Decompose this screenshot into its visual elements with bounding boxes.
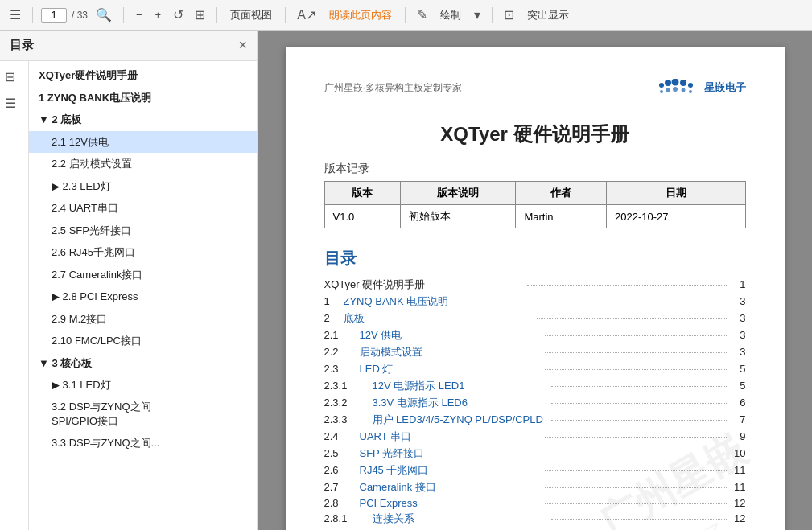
toc-page-5: 5 (730, 363, 746, 375)
version-row-0: V1.0 初始版本 Martin 2022-10-27 (324, 205, 745, 228)
toc-entry-9[interactable]: 2.4 UART 串口 9 (324, 429, 746, 444)
toc-item-top[interactable]: XQTyer硬件说明手册 (29, 64, 257, 87)
highlight-label[interactable]: 突出显示 (522, 6, 574, 24)
toc-text-12: Cameralink 接口 (360, 480, 542, 495)
svg-point-3 (680, 80, 686, 86)
toc-page-2: 3 (730, 312, 746, 324)
version-col-header-2: 作者 (516, 182, 607, 205)
sidebar: 目录 × ⊟ ☰ XQTyer硬件说明手册 1 ZYNQ BANK电压说明 ▼ … (0, 31, 258, 530)
fit-icon[interactable]: ⊞ (192, 6, 208, 24)
sidebar-toc: XQTyer硬件说明手册 1 ZYNQ BANK电压说明 ▼ 2 底板 2.1 … (29, 61, 257, 530)
read-aloud-label[interactable]: 朗读此页内容 (324, 6, 397, 24)
draw-icon: ✎ (414, 6, 431, 24)
toc-page-10: 10 (730, 447, 746, 459)
toc-item-s3-3[interactable]: 3.3 DSP与ZYNQ之间... (29, 432, 257, 454)
toc-entry-2[interactable]: 2 底板 3 (324, 311, 746, 326)
draw-label[interactable]: 绘制 (435, 6, 466, 24)
toc-dots-14 (551, 519, 727, 520)
toc-entry-12[interactable]: 2.7 Cameralink 接口 11 (324, 480, 746, 495)
zoom-in-button[interactable]: + (151, 7, 166, 23)
page-number-input[interactable] (41, 8, 67, 23)
toc-dots-6 (551, 386, 727, 387)
brand-name-text: 星嵌电子 (704, 80, 746, 95)
toc-page-6: 5 (730, 380, 746, 392)
pdf-page: 广州星嵌·多核异构主板定制专家 (286, 47, 785, 530)
toc-entry-10[interactable]: 2.5 SFP 光纤接口 10 (324, 446, 746, 461)
toc-text-7: 3.3V 电源指示 LED6 (373, 396, 548, 410)
toc-num-2: 2 (324, 312, 344, 324)
sidebar-close-button[interactable]: × (238, 37, 247, 54)
thumbnail-icon[interactable]: ⊟ (3, 68, 25, 86)
toc-entry-5[interactable]: 2.3 LED 灯 5 (324, 362, 746, 376)
toc-entries: XQTyer 硬件说明手册 1 1 ZYNQ BANK 电压说明 3 2 底板 … (324, 277, 746, 530)
toc-entry-13[interactable]: 2.8 PCI Express 12 (324, 497, 746, 509)
page-header-text: 广州星嵌·多核异构主板定制专家 (324, 81, 462, 95)
toc-item-s3-2[interactable]: 3.2 DSP与ZYNQ之间SPI/GPIO接口 (29, 396, 257, 432)
toc-page-3: 3 (730, 329, 746, 341)
svg-point-8 (681, 88, 685, 92)
toc-icon[interactable]: ☰ (3, 94, 25, 113)
toc-item-s3-1[interactable]: ▶ 3.1 LED灯 (29, 374, 257, 396)
toc-item-s1[interactable]: 1 ZYNQ BANK电压说明 (29, 87, 257, 109)
version-cell-desc: 初始版本 (400, 205, 516, 228)
toc-entry-1[interactable]: 1 ZYNQ BANK 电压说明 3 (324, 294, 746, 309)
toc-item-s2-9[interactable]: 2.9 M.2接口 (29, 308, 257, 331)
toc-num-6: 2.3.1 (324, 380, 373, 392)
toc-item-s2-6[interactable]: 2.6 RJ45千兆网口 (29, 241, 257, 264)
toc-text-9: UART 串口 (360, 429, 542, 444)
brand-dots (657, 79, 698, 97)
toc-entry-8[interactable]: 2.3.3 用户 LED3/4/5-ZYNQ PL/DSP/CPLD 7 (324, 413, 746, 427)
toc-item-s2-1[interactable]: 2.1 12V供电 (29, 131, 257, 154)
toolbar-sep-1 (32, 7, 33, 23)
toc-text-0: XQTyer 硬件说明手册 (324, 277, 524, 292)
zoom-out-button[interactable]: − (132, 7, 146, 23)
toc-item-s2-7[interactable]: 2.7 Cameralink接口 (29, 264, 257, 286)
pdf-content[interactable]: 广州星嵌·多核异构主板定制专家 (258, 31, 812, 530)
toc-item-s2-2[interactable]: 2.2 启动模式设置 (29, 153, 257, 175)
sidebar-body: ⊟ ☰ XQTyer硬件说明手册 1 ZYNQ BANK电压说明 ▼ 2 底板 … (0, 61, 257, 530)
toc-entry-6[interactable]: 2.3.1 12V 电源指示 LED1 5 (324, 379, 746, 393)
svg-point-1 (665, 80, 671, 86)
version-cell-date: 2022-10-27 (607, 205, 745, 228)
toc-item-s2-5[interactable]: 2.5 SFP光纤接口 (29, 220, 257, 242)
toc-num-1: 1 (324, 295, 344, 307)
version-label: 版本记录 (324, 162, 746, 176)
svg-point-0 (659, 83, 664, 88)
toc-item-s2[interactable]: ▼ 2 底板 (29, 109, 257, 131)
sidebar-title: 目录 (10, 38, 34, 53)
toc-text-5: LED 灯 (360, 362, 542, 376)
toc-page-0: 1 (730, 278, 746, 290)
toc-entry-4[interactable]: 2.2 启动模式设置 3 (324, 345, 746, 359)
toc-entry-11[interactable]: 2.6 RJ45 千兆网口 11 (324, 463, 746, 478)
brand-dots-svg (657, 79, 698, 97)
toc-item-s2-3[interactable]: ▶ 2.3 LED灯 (29, 175, 257, 198)
page-total: / 33 (72, 10, 88, 21)
toc-dots-9 (545, 437, 727, 438)
version-col-header-3: 日期 (607, 182, 745, 205)
toc-item-s2-8[interactable]: ▶ 2.8 PCI Express (29, 286, 257, 308)
svg-point-5 (660, 90, 663, 93)
toc-page-9: 9 (730, 430, 746, 442)
toolbar-sep-3 (216, 7, 217, 23)
toc-item-s2-10[interactable]: 2.10 FMC/LPC接口 (29, 330, 257, 352)
search-icon[interactable]: 🔍 (93, 6, 115, 24)
draw-chevron-icon[interactable]: ▾ (471, 6, 484, 24)
read-icon: A↗ (294, 6, 319, 24)
toc-entry-3[interactable]: 2.1 12V 供电 3 (324, 328, 746, 343)
toc-dots-3 (545, 335, 727, 336)
page-view-label[interactable]: 页面视图 (225, 6, 277, 24)
version-cell-ver: V1.0 (324, 205, 400, 228)
toc-entry-7[interactable]: 2.3.2 3.3V 电源指示 LED6 6 (324, 396, 746, 410)
toc-num-8: 2.3.3 (324, 413, 373, 425)
rotate-icon[interactable]: ↺ (170, 6, 187, 24)
toc-entry-14[interactable]: 2.8.1 连接关系 12 (324, 512, 746, 526)
toc-item-s3[interactable]: ▼ 3 核心板 (29, 352, 257, 375)
toc-item-s2-4[interactable]: 2.4 UART串口 (29, 197, 257, 220)
toc-page-11: 11 (730, 464, 746, 476)
toolbar-sep-5 (405, 7, 406, 23)
toc-text-3: 12V 供电 (360, 328, 542, 343)
version-col-header-0: 版本 (324, 182, 400, 205)
toc-num-12: 2.7 (324, 481, 360, 493)
menu-icon[interactable]: ☰ (6, 6, 24, 24)
toc-entry-0[interactable]: XQTyer 硬件说明手册 1 (324, 277, 746, 292)
